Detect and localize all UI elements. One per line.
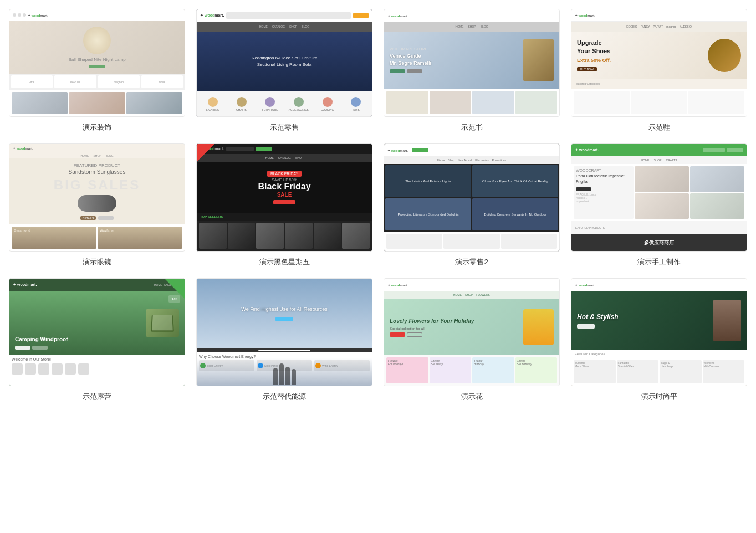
btn2 (32, 346, 48, 350)
card-glasses[interactable]: ✦ woodmart. HOME SHOP BLOG FEATURED PROD… (9, 144, 185, 267)
logo: ✦ woodmart. (575, 13, 595, 17)
card-energy[interactable]: We Find Highest Use for All Resources Wh… (196, 278, 372, 402)
btn2 (407, 332, 422, 337)
category-icons (12, 363, 182, 375)
hero-cell4: Building Concrete Servants In No Outdoor (472, 198, 558, 230)
card-image-book: ✦ woodmart. HOME SHOP BLOG WOODMART STOR… (384, 9, 560, 117)
hero: UpgradeYour ShoesExtra 50% Off. BUY NOW (571, 32, 747, 79)
card-shoes[interactable]: ✦ woodmart. ECOBIO FANCY PARUIT magneo A… (571, 9, 747, 132)
bottom-persons: Garamond Wayfarer (9, 224, 185, 251)
nav-links: HOME CATALOG SHOP BLOG (197, 22, 372, 32)
card-image-decor: ✦ woodmart. Ball-Shaped Nite Night Lamp … (9, 9, 185, 117)
hero-text: Porta Consectetur Imperdiet Frigilla (576, 173, 631, 184)
dot3 (23, 13, 26, 17)
cell-text: ThemeBirthday (472, 357, 514, 367)
item-womens: WomensMid-Dresses (703, 360, 745, 383)
card-image-handcraft: ✦ woodmart. HOME SHOP CRAFTS WOODCRAFT P… (571, 144, 747, 252)
card-camping[interactable]: ✦ woodmart. HOME SHOP BLOG Camping Windp… (9, 278, 185, 402)
cat-lighting: LIGHTING (199, 97, 227, 111)
card-label-book: 示范书 (461, 122, 483, 132)
product3 (256, 223, 284, 249)
nav-links: HOME SHOP CRAFTS (571, 156, 747, 164)
card-image-blackfriday: ✦ woodmart. HOME CATALOG SHOP BLACK FRID… (196, 144, 372, 252)
icon1 (12, 363, 23, 375)
welcome-text: Welcome In Our Store! (12, 357, 182, 361)
cat-label: COOKING (321, 108, 334, 111)
glasses-image (78, 195, 116, 212)
logo: ✦ woodmart. (13, 146, 33, 150)
card-label-blackfriday: 演示黑色星期五 (259, 257, 310, 267)
card-image-fashion: ✦ woodmart. Hot & Stylish Featured Categ… (571, 278, 747, 386)
card-fashion[interactable]: ✦ woodmart. Hot & Stylish Featured Categ… (571, 278, 747, 402)
hero-text: Hot & Stylish (577, 312, 709, 322)
logo: ✦ woodmart. (387, 148, 408, 152)
bottom-cells (384, 232, 559, 251)
card-retail[interactable]: ✦ woodmart. HOME CATALOG SHOP BLOG Reddi… (196, 9, 372, 132)
cat-toys: TOYS (342, 97, 370, 111)
btn1 (15, 346, 30, 350)
bottom: Welcome In Our Store! (9, 355, 185, 386)
hero: Ball-Shaped Nite Night Lamp (9, 21, 185, 74)
bottom-items (571, 89, 747, 116)
cat-label: LIGHTING (206, 108, 219, 111)
product6 (342, 223, 370, 249)
hero-text: Sandstorm Sunglasses (69, 169, 126, 175)
hero: Camping Windproof 1/3 (9, 291, 185, 355)
card-image-glasses: ✦ woodmart. HOME SHOP BLOG FEATURED PROD… (9, 144, 185, 252)
card-label-decor: 演示装饰 (83, 122, 111, 132)
card-image-flowers: ✦ woodmart. HOME SHOP FLOWERS Lovely Flo… (384, 278, 560, 386)
hero: Hot & Stylish (571, 291, 747, 350)
cell3 (501, 234, 557, 249)
action-btn (412, 148, 428, 152)
logo: ✦ woodmart. (387, 14, 408, 18)
cat-label: ACCESSORIES (289, 108, 309, 111)
item-label: FantasticSpecial Offer (617, 360, 659, 369)
card-flowers[interactable]: ✦ woodmart. HOME SHOP FLOWERS Lovely Flo… (384, 278, 560, 402)
card-decor[interactable]: ✦ woodmart. Ball-Shaped Nite Night Lamp … (9, 9, 185, 132)
cell1: FlowersFor Holidays (386, 357, 428, 383)
nav-bar: ✦ woodmart. (197, 9, 372, 22)
nav-bar: ✦ woodmart. (384, 279, 559, 291)
card-blackfriday[interactable]: ✦ woodmart. HOME CATALOG SHOP BLACK FRID… (196, 144, 372, 267)
shoe-image (708, 39, 741, 72)
save-text: SAVE UP 50% (272, 178, 297, 182)
brand-bar: vitra. PARUIT magneo molla. (9, 74, 185, 90)
card-image-retail2: ✦ woodmart. Home Shop New Arrival Electr… (384, 144, 560, 252)
cat-accessories: ACCESSORIES (285, 97, 313, 111)
nav-links: HOME CATALOG SHOP (197, 154, 372, 162)
icon2 (25, 363, 36, 375)
categories: LIGHTING CHAIRS FURNITURE ACCESSORIES CO… (197, 91, 372, 116)
nav-bar: ✦ woodmart. HOME SHOP BLOG (9, 279, 185, 291)
hero-text: We Find Highest Use for All Resources (241, 305, 327, 313)
card-image-retail: ✦ woodmart. HOME CATALOG SHOP BLOG Reddi… (196, 9, 372, 117)
left-panel: WOODCRAFT Porta Consectetur Imperdiet Fr… (574, 166, 634, 219)
hero-text: Reddington 6-Piece Set FurnitureSectiona… (252, 55, 318, 68)
hero: The Interior And Exterior Lights Close Y… (384, 164, 559, 232)
hero-text: Venice GuideMr. Segre Ramelli (390, 53, 519, 66)
hero: We Find Highest Use for All Resources (197, 279, 372, 348)
card-retail2[interactable]: ✦ woodmart. Home Shop New Arrival Electr… (384, 144, 560, 267)
subtitle: FEATURED PRODUCT (74, 163, 120, 168)
cell2: ThemeSte Daisy (430, 357, 472, 383)
bottom-thumbs (9, 90, 185, 116)
person1: Garamond (12, 227, 96, 249)
nav-bar: ✦ woodmart. (384, 144, 559, 156)
dot2 (18, 13, 21, 17)
search-bar (226, 12, 351, 19)
card-label-glasses: 演示眼镜 (83, 257, 111, 267)
cat-label: FURNITURE (262, 108, 278, 111)
top-sellers-label: TOP SELLERS (197, 213, 372, 221)
item-special: FantasticSpecial Offer (617, 360, 659, 383)
person-label: Wayfarer (98, 227, 182, 234)
search-box (226, 147, 254, 151)
card-image-energy: We Find Highest Use for All Resources Wh… (196, 278, 372, 386)
nav-links: HOME SHOP BLOG (384, 22, 559, 32)
item-bags: Bags &Handbags (660, 360, 702, 383)
logo: ✦ woodmart. (575, 283, 595, 287)
cell1-text: The Interior And Exterior Lights (403, 177, 453, 185)
card-handcraft[interactable]: ✦ woodmart. HOME SHOP CRAFTS WOODCRAFT P… (571, 144, 747, 267)
cta-btn (275, 317, 293, 321)
cell4: ThemeSte Birthday (515, 357, 558, 383)
card-book[interactable]: ✦ woodmart. HOME SHOP BLOG WOODMART STOR… (384, 9, 560, 132)
cta-btn (273, 200, 295, 204)
